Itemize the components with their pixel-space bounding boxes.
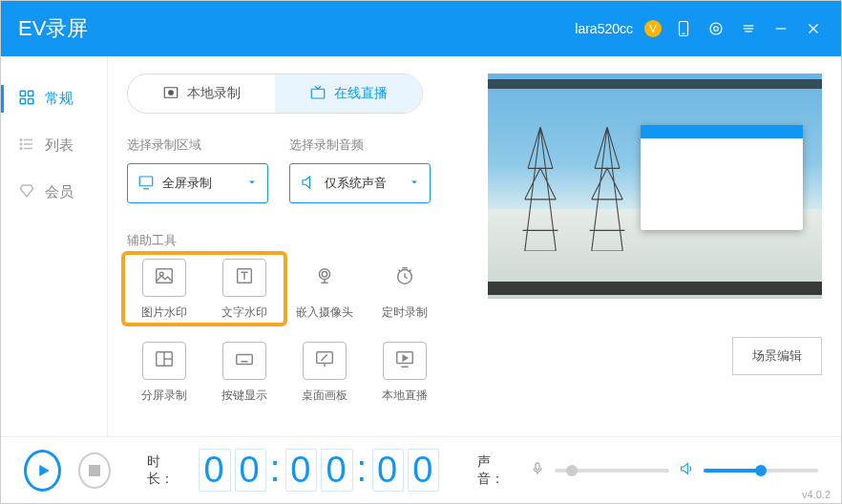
footer: 时长： 00: 00: 00 声音： (1, 436, 841, 503)
keyboard-icon (234, 348, 255, 373)
svg-point-29 (322, 271, 327, 277)
username[interactable]: lara520cc (575, 21, 633, 36)
board-icon (314, 348, 335, 373)
split-icon (154, 348, 175, 373)
svg-rect-11 (29, 91, 33, 95)
image-icon (154, 265, 175, 290)
vip-badge-icon: V (644, 20, 662, 37)
tv-icon (309, 84, 326, 104)
record-area-select[interactable]: 全屏录制 (127, 163, 268, 203)
diamond-icon (18, 182, 35, 202)
tools-section-label: 辅助工具 (127, 232, 467, 249)
duration-display: 00: 00: 00 (199, 449, 439, 492)
close-icon[interactable] (803, 18, 824, 39)
phone-icon[interactable] (673, 18, 694, 39)
sidebar-item-label: 列表 (45, 136, 74, 155)
tool-keystroke[interactable]: 按键显示 (207, 342, 282, 404)
record-icon (162, 84, 179, 104)
settings-icon[interactable] (705, 18, 726, 39)
grid-icon (18, 89, 35, 109)
mic-slider[interactable] (555, 469, 669, 472)
sidebar-item-list[interactable]: 列表 (1, 122, 107, 169)
tool-local-stream[interactable]: 本地直播 (368, 342, 442, 404)
audio-section-label: 选择录制音频 (289, 136, 431, 154)
speaker-icon (300, 174, 317, 194)
mode-tabs: 本地录制 在线直播 (127, 74, 423, 114)
sidebar-item-label: 常规 (45, 90, 74, 108)
area-section-label: 选择录制区域 (127, 136, 268, 154)
svg-point-17 (20, 139, 22, 141)
sidebar-item-label: 会员 (45, 183, 74, 201)
speaker-icon[interactable] (679, 461, 694, 480)
tool-split-screen[interactable]: 分屏录制 (127, 342, 201, 404)
svg-point-28 (320, 269, 330, 280)
svg-rect-12 (20, 99, 25, 104)
speaker-slider[interactable] (704, 469, 818, 472)
svg-point-21 (169, 90, 174, 94)
chevron-down-icon (246, 177, 258, 191)
version-label: v4.0.2 (802, 489, 831, 500)
tool-text-watermark[interactable]: 文字水印 (207, 259, 282, 321)
svg-point-19 (20, 148, 22, 150)
audio-label: 声音： (477, 453, 513, 488)
svg-point-18 (20, 143, 22, 145)
duration-label: 时长： (147, 453, 182, 488)
clock-icon (394, 265, 415, 290)
tool-timer[interactable]: 定时录制 (368, 259, 442, 321)
menu-icon[interactable] (738, 18, 759, 39)
sidebar: 常规 列表 会员 (1, 56, 108, 436)
tool-whiteboard[interactable]: 桌面画板 (287, 342, 362, 404)
list-icon (18, 136, 35, 156)
svg-rect-13 (29, 99, 33, 104)
svg-rect-34 (237, 354, 253, 364)
tool-camera[interactable]: 嵌入摄像头 (287, 259, 362, 321)
app-title: EV录屏 (18, 14, 575, 43)
monitor-icon (137, 174, 155, 194)
stop-button[interactable] (78, 452, 111, 489)
play-box-icon (394, 348, 415, 373)
sidebar-item-general[interactable]: 常规 (1, 75, 107, 122)
chevron-down-icon (409, 177, 420, 191)
tab-local-record[interactable]: 本地录制 (128, 74, 275, 113)
camera-icon (314, 265, 335, 290)
record-audio-select[interactable]: 仅系统声音 (289, 163, 431, 203)
svg-point-3 (714, 27, 719, 32)
title-bar: EV录屏 lara520cc V (1, 1, 841, 56)
minimize-icon[interactable] (770, 18, 791, 39)
svg-rect-43 (536, 463, 539, 470)
tab-live-stream[interactable]: 在线直播 (275, 74, 422, 113)
sidebar-item-vip[interactable]: 会员 (1, 169, 107, 216)
preview-panel[interactable] (488, 74, 822, 299)
svg-rect-22 (311, 89, 325, 98)
svg-rect-23 (139, 177, 153, 186)
scene-edit-button[interactable]: 场景编辑 (732, 337, 822, 375)
tool-image-watermark[interactable]: 图片水印 (127, 259, 201, 321)
svg-rect-25 (157, 269, 173, 284)
mic-icon[interactable] (530, 461, 545, 480)
text-icon (234, 265, 255, 290)
svg-rect-10 (20, 91, 25, 95)
svg-point-2 (710, 23, 722, 34)
record-button[interactable] (24, 450, 61, 492)
